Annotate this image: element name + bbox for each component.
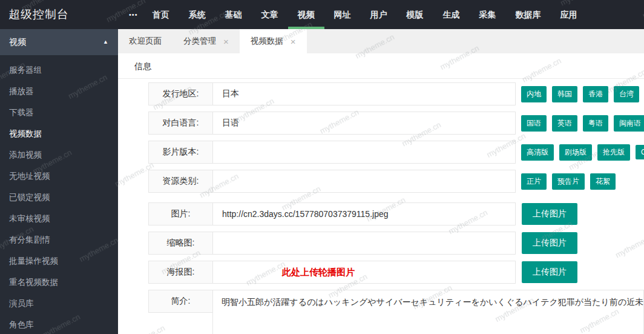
category-tag[interactable]: 正片 <box>521 173 547 190</box>
nav-item-database[interactable]: 数据库 <box>506 0 551 29</box>
image-label: 图片: <box>148 202 213 225</box>
nav-item-user[interactable]: 用户 <box>361 0 397 29</box>
category-tag-list: 正片 预告片 花絮 <box>521 170 616 193</box>
language-tag[interactable]: 英语 <box>552 115 577 132</box>
region-tag[interactable]: 台湾 <box>614 86 639 102</box>
region-tag[interactable]: 内地 <box>521 86 547 102</box>
nav-item-collect[interactable]: 采集 <box>470 0 506 29</box>
nav-item-video[interactable]: 视频 <box>288 0 324 29</box>
form-row-image: 图片: 上传图片 <box>148 202 644 225</box>
sidebar-item-video-data[interactable]: 视频数据 <box>0 123 118 144</box>
category-label: 资源类别: <box>148 170 213 193</box>
sidebar-item-no-address[interactable]: 无地址视频 <box>0 165 118 187</box>
form-row-summary: 简介: 明智小五郎が活躍するのはハッキングやサイバーセキュリティーをかいくぐるハ… <box>148 290 644 334</box>
form-row-language: 对白语言: 国语 英语 粤语 闽南语 韩语 <box>148 112 644 135</box>
video-data-form: 发行地区: 内地 韩国 香港 台湾 日本 对白语言: 国语 英语 粤语 闽南语 <box>118 79 644 334</box>
tab-welcome[interactable]: 欢迎页面 <box>118 29 172 53</box>
nav-item-article[interactable]: 文章 <box>252 0 288 29</box>
form-row-category: 资源类别: 正片 预告片 花絮 <box>148 170 644 193</box>
region-label: 发行地区: <box>148 82 213 105</box>
sidebar-item-downloader[interactable]: 下载器 <box>0 102 118 123</box>
summary-textarea[interactable]: 明智小五郎が活躍するのはハッキングやサイバーセキュリティーをかいくぐるハイテク犯… <box>212 290 644 334</box>
language-tag[interactable]: 国语 <box>521 115 547 132</box>
more-menu-icon[interactable]: ••• <box>129 0 138 29</box>
tab-category-manage[interactable]: 分类管理 × <box>172 29 240 53</box>
region-tag-list: 内地 韩国 香港 台湾 日本 <box>521 82 644 105</box>
version-input[interactable] <box>212 141 516 164</box>
version-tag[interactable]: 抢先版 <box>597 144 630 161</box>
close-icon[interactable]: × <box>223 37 229 46</box>
sidebar-item-server-group[interactable]: 服务器组 <box>0 59 118 81</box>
sidebar-item-batch[interactable]: 批量操作视频 <box>0 250 118 272</box>
sidebar-group-label: 视频 <box>9 37 26 47</box>
app-title: 超级控制台 <box>0 0 118 29</box>
summary-label: 简介: <box>148 290 213 313</box>
main-area: 欢迎页面 分类管理 × 视频数据 × 信息 发行地区: 内地 韩国 香港 台湾 … <box>118 29 644 334</box>
version-label: 影片版本: <box>148 141 213 164</box>
form-row-poster: 海报图: 此处上传轮播图片 上传图片 <box>148 261 644 284</box>
sidebar-item-locked[interactable]: 已锁定视频 <box>0 187 118 208</box>
nav-item-base[interactable]: 基础 <box>215 0 252 29</box>
nav-item-app[interactable]: 应用 <box>551 0 587 29</box>
top-navigation: 首页 系统 基础 文章 视频 网址 用户 模版 生成 采集 数据库 应用 <box>143 0 587 29</box>
tab-label: 分类管理 <box>183 36 216 47</box>
panel-title: 信息 <box>118 53 644 79</box>
thumbnail-label: 缩略图: <box>148 232 213 255</box>
region-input[interactable] <box>212 82 516 105</box>
chevron-up-icon: ▲ <box>103 29 108 55</box>
nav-item-system[interactable]: 系统 <box>179 0 215 29</box>
category-tag[interactable]: 花絮 <box>590 173 616 190</box>
category-tag[interactable]: 预告片 <box>552 173 585 190</box>
nav-item-template[interactable]: 模版 <box>397 0 433 29</box>
close-icon[interactable]: × <box>291 37 296 46</box>
nav-item-url[interactable]: 网址 <box>324 0 361 29</box>
language-tag[interactable]: 闽南语 <box>614 115 644 132</box>
language-input[interactable] <box>212 112 516 135</box>
thumbnail-url-input[interactable] <box>212 232 516 255</box>
image-url-input[interactable] <box>212 202 516 225</box>
tab-label: 欢迎页面 <box>129 36 162 47</box>
form-row-version: 影片版本: 高清版 剧场版 抢先版 OVA <box>148 141 644 164</box>
category-input[interactable] <box>212 170 516 193</box>
tab-video-data[interactable]: 视频数据 × <box>240 29 307 53</box>
sidebar-group-video[interactable]: 视频 ▲ <box>0 29 118 55</box>
tab-label: 视频数据 <box>251 36 283 47</box>
upload-poster-button[interactable]: 上传图片 <box>522 261 577 283</box>
poster-url-input[interactable] <box>212 261 516 284</box>
sidebar-item-roles[interactable]: 角色库 <box>0 314 118 334</box>
top-header: 超级控制台 ••• 首页 系统 基础 文章 视频 网址 用户 模版 生成 采集 … <box>0 0 644 29</box>
upload-image-button[interactable]: 上传图片 <box>522 203 577 225</box>
sidebar-item-add-video[interactable]: 添加视频 <box>0 144 118 165</box>
sidebar-item-unreviewed[interactable]: 未审核视频 <box>0 208 118 229</box>
version-tag[interactable]: 高清版 <box>521 144 554 161</box>
form-row-thumbnail: 缩略图: 上传图片 <box>148 232 644 255</box>
language-label: 对白语言: <box>148 112 213 135</box>
sidebar-item-actors[interactable]: 演员库 <box>0 293 118 314</box>
sidebar-item-episodes[interactable]: 有分集剧情 <box>0 229 118 250</box>
region-tag[interactable]: 香港 <box>583 86 608 102</box>
language-tag[interactable]: 粤语 <box>583 115 608 132</box>
sidebar-item-duplicate[interactable]: 重名视频数据 <box>0 272 118 293</box>
version-tag-list: 高清版 剧场版 抢先版 OVA <box>521 141 644 164</box>
version-tag[interactable]: OVA <box>636 145 644 159</box>
upload-thumbnail-button[interactable]: 上传图片 <box>522 232 577 254</box>
nav-item-home[interactable]: 首页 <box>143 0 179 29</box>
form-row-region: 发行地区: 内地 韩国 香港 台湾 日本 <box>148 82 644 105</box>
sidebar-menu: 服务器组 播放器 下载器 视频数据 添加视频 无地址视频 已锁定视频 未审核视频… <box>0 55 118 334</box>
poster-label: 海报图: <box>148 261 213 284</box>
sidebar-item-player[interactable]: 播放器 <box>0 81 118 102</box>
language-tag-list: 国语 英语 粤语 闽南语 韩语 <box>521 112 644 135</box>
nav-item-generate[interactable]: 生成 <box>433 0 470 29</box>
version-tag[interactable]: 剧场版 <box>559 144 592 161</box>
sidebar: 视频 ▲ 服务器组 播放器 下载器 视频数据 添加视频 无地址视频 已锁定视频 … <box>0 29 118 334</box>
tab-bar: 欢迎页面 分类管理 × 视频数据 × <box>118 29 644 53</box>
region-tag[interactable]: 韩国 <box>552 86 577 102</box>
